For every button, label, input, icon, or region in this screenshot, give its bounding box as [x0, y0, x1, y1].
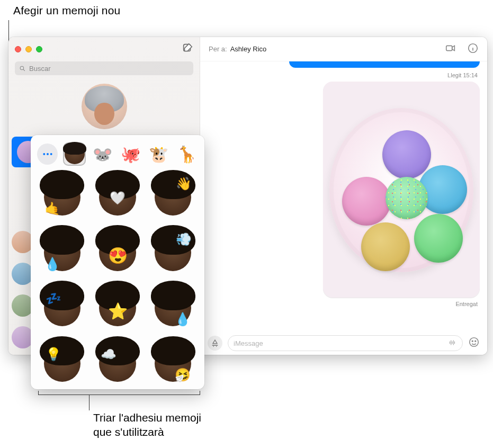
- waveform-icon: [447, 338, 457, 347]
- add-memoji-button[interactable]: [37, 144, 58, 165]
- appstore-icon: [211, 339, 219, 347]
- sticker-star-struck[interactable]: ⭐: [92, 282, 144, 334]
- memoji-avatar-row: 🐭 🐙 🐮 🦒: [36, 140, 199, 168]
- sticker-sleepy[interactable]: 💤: [36, 282, 88, 334]
- outgoing-bubble-edge: [289, 61, 480, 68]
- sticker-wave[interactable]: 👋: [147, 171, 199, 223]
- plate-illustration: [329, 108, 473, 272]
- memoji-avatar-cow[interactable]: 🐮: [147, 142, 170, 166]
- message-placeholder: iMessage: [234, 339, 263, 347]
- svg-point-6: [475, 341, 476, 342]
- svg-point-8: [47, 153, 49, 155]
- svg-rect-2: [446, 46, 452, 50]
- sticker-tear[interactable]: 💧: [147, 282, 199, 334]
- svg-point-4: [470, 338, 479, 347]
- dictation-button[interactable]: [447, 338, 457, 349]
- memoji-sticker-grid: 🤙 🤍 👋 💧 😍 💨 💤 ⭐ 💧 💡 ☁️ 🤧: [36, 171, 199, 389]
- app-store-button[interactable]: [208, 336, 222, 351]
- sticker-tears-of-joy[interactable]: 💧: [36, 227, 88, 279]
- search-icon: [19, 65, 26, 72]
- delivered-status: Entregat: [455, 301, 478, 307]
- conversation-pane: Per a: Ashley Rico Llegit 15:14: [200, 37, 487, 355]
- zoom-window-button[interactable]: [36, 46, 42, 52]
- callout-add-memoji: Afegir un memoji nou: [13, 4, 120, 17]
- messages-area: Llegit 15:14 Entregat: [200, 61, 487, 331]
- callout-line-bottom: [89, 395, 89, 410]
- search-placeholder: Buscar: [29, 65, 50, 73]
- memoji-face-icon: [65, 144, 85, 164]
- info-icon: [467, 42, 479, 54]
- memoji-avatar-person[interactable]: [63, 142, 86, 166]
- recipient-name: Ashley Rico: [230, 45, 267, 53]
- smiley-icon: [468, 336, 480, 348]
- sticker-mind-blown[interactable]: 💨: [147, 227, 199, 279]
- sticker-sneeze[interactable]: 🤧: [147, 337, 199, 389]
- search-field[interactable]: Buscar: [15, 61, 193, 75]
- compose-row: iMessage: [200, 331, 487, 355]
- callout-choose-sticker: Triar l'adhesiu memoji que s'utilitzarà: [93, 410, 201, 440]
- conversation-header: Per a: Ashley Rico: [200, 37, 487, 61]
- ellipsis-icon: [42, 153, 53, 156]
- memoji-avatar-giraffe[interactable]: 🦒: [175, 142, 198, 166]
- compose-button[interactable]: [182, 42, 193, 56]
- svg-point-1: [20, 66, 24, 70]
- svg-point-7: [43, 153, 45, 155]
- title-bar: [8, 37, 200, 61]
- close-window-button[interactable]: [15, 46, 21, 52]
- sticker-idea[interactable]: 💡: [36, 337, 88, 389]
- details-button[interactable]: [467, 42, 479, 56]
- sticker-cloudy[interactable]: ☁️: [92, 337, 144, 389]
- minimize-window-button[interactable]: [25, 46, 32, 52]
- sticker-heart-hands[interactable]: 🤍: [92, 171, 144, 223]
- sticker-heart-eyes[interactable]: 😍: [92, 227, 144, 279]
- message-input[interactable]: iMessage: [228, 335, 463, 351]
- to-label: Per a:: [209, 45, 227, 53]
- sticker-call-me[interactable]: 🤙: [36, 171, 88, 223]
- window-controls: [15, 46, 42, 52]
- pinned-contact-avatar[interactable]: [82, 84, 127, 129]
- memoji-picker-popover: 🐭 🐙 🐮 🦒 🤙 🤍 👋 💧 😍 💨 💤 ⭐ 💧 💡 ☁️ 🤧: [31, 135, 204, 389]
- svg-point-9: [50, 153, 52, 155]
- facetime-video-button[interactable]: [445, 42, 456, 56]
- emoji-picker-button[interactable]: [468, 336, 480, 350]
- image-message[interactable]: [323, 82, 480, 298]
- memoji-avatar-mouse[interactable]: 🐭: [91, 142, 114, 166]
- video-icon: [445, 42, 456, 54]
- memoji-avatar-octopus[interactable]: 🐙: [119, 142, 142, 166]
- callout-bracket-bottom: [38, 395, 200, 395]
- read-receipt: Llegit 15:14: [447, 72, 478, 78]
- svg-point-5: [472, 341, 473, 342]
